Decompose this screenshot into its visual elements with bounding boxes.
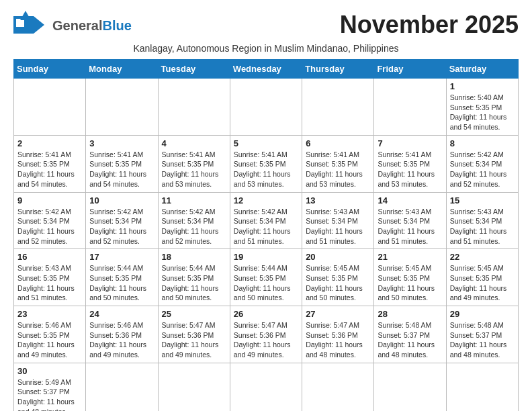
calendar-cell: 25Sunrise: 5:47 AMSunset: 5:36 PMDayligh…: [158, 306, 230, 363]
calendar-cell: 16Sunrise: 5:43 AMSunset: 5:35 PMDayligh…: [14, 249, 86, 306]
day-info: Sunrise: 5:41 AMSunset: 5:35 PMDaylight:…: [162, 150, 226, 189]
day-info: Sunrise: 5:41 AMSunset: 5:35 PMDaylight:…: [378, 150, 442, 189]
day-number: 1: [450, 81, 515, 91]
day-info: Sunrise: 5:44 AMSunset: 5:35 PMDaylight:…: [234, 263, 298, 303]
day-info: Sunrise: 5:41 AMSunset: 5:35 PMDaylight:…: [234, 150, 298, 189]
day-info: Sunrise: 5:42 AMSunset: 5:34 PMDaylight:…: [162, 207, 226, 246]
day-info: Sunrise: 5:43 AMSunset: 5:34 PMDaylight:…: [306, 207, 370, 246]
calendar-cell: 9Sunrise: 5:42 AMSunset: 5:34 PMDaylight…: [14, 192, 86, 249]
weekday-header-wednesday: Wednesday: [230, 60, 302, 79]
day-number: 27: [306, 309, 370, 319]
day-number: 12: [234, 195, 298, 205]
calendar-cell: [14, 79, 86, 136]
calendar-cell: [446, 363, 518, 411]
calendar-cell: [158, 363, 230, 411]
calendar-week-row: 1Sunrise: 5:40 AMSunset: 5:35 PMDaylight…: [14, 79, 519, 136]
calendar-cell: 12Sunrise: 5:42 AMSunset: 5:34 PMDayligh…: [230, 192, 302, 249]
weekday-header-monday: Monday: [86, 60, 158, 79]
calendar-cell: 14Sunrise: 5:43 AMSunset: 5:34 PMDayligh…: [374, 192, 446, 249]
day-number: 15: [450, 195, 515, 205]
calendar-cell: 27Sunrise: 5:47 AMSunset: 5:36 PMDayligh…: [302, 306, 374, 363]
day-info: Sunrise: 5:41 AMSunset: 5:35 PMDaylight:…: [306, 150, 370, 189]
calendar-cell: 21Sunrise: 5:45 AMSunset: 5:35 PMDayligh…: [374, 249, 446, 306]
day-number: 7: [378, 138, 442, 148]
weekday-header-thursday: Thursday: [302, 60, 374, 79]
day-number: 26: [234, 309, 298, 319]
day-info: Sunrise: 5:46 AMSunset: 5:36 PMDaylight:…: [89, 320, 154, 360]
calendar-cell: 2Sunrise: 5:41 AMSunset: 5:35 PMDaylight…: [14, 135, 86, 192]
day-number: 10: [89, 195, 154, 205]
day-info: Sunrise: 5:49 AMSunset: 5:37 PMDaylight:…: [17, 377, 82, 411]
day-info: Sunrise: 5:42 AMSunset: 5:34 PMDaylight:…: [89, 207, 154, 246]
calendar-cell: 15Sunrise: 5:43 AMSunset: 5:34 PMDayligh…: [446, 192, 518, 249]
day-info: Sunrise: 5:44 AMSunset: 5:35 PMDaylight:…: [162, 263, 226, 303]
calendar-cell: 13Sunrise: 5:43 AMSunset: 5:34 PMDayligh…: [302, 192, 374, 249]
subtitle: Kanlagay, Autonomous Region in Muslim Mi…: [13, 43, 519, 54]
day-number: 19: [234, 252, 298, 262]
day-number: 29: [450, 309, 515, 319]
day-info: Sunrise: 5:45 AMSunset: 5:35 PMDaylight:…: [378, 263, 442, 303]
logo-blue-text: Blue: [102, 18, 131, 33]
day-info: Sunrise: 5:46 AMSunset: 5:35 PMDaylight:…: [17, 320, 82, 360]
day-number: 25: [162, 309, 226, 319]
generalblue-logo-icon: [13, 11, 48, 40]
calendar-cell: 7Sunrise: 5:41 AMSunset: 5:35 PMDaylight…: [374, 135, 446, 192]
calendar-cell: 30Sunrise: 5:49 AMSunset: 5:37 PMDayligh…: [14, 363, 86, 411]
day-number: 9: [17, 195, 82, 205]
day-info: Sunrise: 5:48 AMSunset: 5:37 PMDaylight:…: [450, 320, 515, 360]
calendar-cell: 22Sunrise: 5:45 AMSunset: 5:35 PMDayligh…: [446, 249, 518, 306]
weekday-header-friday: Friday: [374, 60, 446, 79]
logo: GeneralBlue: [13, 11, 132, 40]
calendar-cell: 26Sunrise: 5:47 AMSunset: 5:36 PMDayligh…: [230, 306, 302, 363]
calendar-cell: [86, 79, 158, 136]
day-number: 11: [162, 195, 226, 205]
calendar-cell: 3Sunrise: 5:41 AMSunset: 5:35 PMDaylight…: [86, 135, 158, 192]
day-number: 3: [89, 138, 154, 148]
day-number: 30: [17, 366, 82, 376]
day-info: Sunrise: 5:41 AMSunset: 5:35 PMDaylight:…: [89, 150, 154, 189]
day-number: 6: [306, 138, 370, 148]
calendar-cell: [374, 363, 446, 411]
calendar-week-row: 2Sunrise: 5:41 AMSunset: 5:35 PMDaylight…: [14, 135, 519, 192]
day-info: Sunrise: 5:42 AMSunset: 5:34 PMDaylight:…: [234, 207, 298, 246]
day-info: Sunrise: 5:42 AMSunset: 5:34 PMDaylight:…: [450, 150, 515, 189]
day-info: Sunrise: 5:43 AMSunset: 5:34 PMDaylight:…: [450, 207, 515, 246]
day-info: Sunrise: 5:47 AMSunset: 5:36 PMDaylight:…: [306, 320, 370, 360]
calendar-week-row: 16Sunrise: 5:43 AMSunset: 5:35 PMDayligh…: [14, 249, 519, 306]
calendar-cell: 28Sunrise: 5:48 AMSunset: 5:37 PMDayligh…: [374, 306, 446, 363]
day-number: 16: [17, 252, 82, 262]
calendar-table: SundayMondayTuesdayWednesdayThursdayFrid…: [13, 59, 519, 411]
day-info: Sunrise: 5:45 AMSunset: 5:35 PMDaylight:…: [450, 263, 515, 303]
day-number: 18: [162, 252, 226, 262]
calendar-cell: 1Sunrise: 5:40 AMSunset: 5:35 PMDaylight…: [446, 79, 518, 136]
day-number: 23: [17, 309, 82, 319]
day-number: 17: [89, 252, 154, 262]
header: GeneralBlue November 2025: [13, 11, 519, 40]
weekday-header-saturday: Saturday: [446, 60, 518, 79]
weekday-header-row: SundayMondayTuesdayWednesdayThursdayFrid…: [14, 60, 519, 79]
calendar-cell: [230, 363, 302, 411]
day-info: Sunrise: 5:42 AMSunset: 5:34 PMDaylight:…: [17, 207, 82, 246]
day-number: 13: [306, 195, 370, 205]
day-number: 21: [378, 252, 442, 262]
calendar-cell: 20Sunrise: 5:45 AMSunset: 5:35 PMDayligh…: [302, 249, 374, 306]
day-info: Sunrise: 5:43 AMSunset: 5:34 PMDaylight:…: [378, 207, 442, 246]
day-number: 14: [378, 195, 442, 205]
day-number: 5: [234, 138, 298, 148]
calendar-cell: 5Sunrise: 5:41 AMSunset: 5:35 PMDaylight…: [230, 135, 302, 192]
svg-marker-3: [20, 11, 31, 20]
day-info: Sunrise: 5:47 AMSunset: 5:36 PMDaylight:…: [234, 320, 298, 360]
calendar-cell: 8Sunrise: 5:42 AMSunset: 5:34 PMDaylight…: [446, 135, 518, 192]
calendar-cell: 23Sunrise: 5:46 AMSunset: 5:35 PMDayligh…: [14, 306, 86, 363]
calendar-cell: 29Sunrise: 5:48 AMSunset: 5:37 PMDayligh…: [446, 306, 518, 363]
day-number: 2: [17, 138, 82, 148]
weekday-header-sunday: Sunday: [14, 60, 86, 79]
day-number: 8: [450, 138, 515, 148]
calendar-cell: [86, 363, 158, 411]
day-number: 24: [89, 309, 154, 319]
day-info: Sunrise: 5:41 AMSunset: 5:35 PMDaylight:…: [17, 150, 82, 189]
day-info: Sunrise: 5:45 AMSunset: 5:35 PMDaylight:…: [306, 263, 370, 303]
calendar-week-row: 9Sunrise: 5:42 AMSunset: 5:34 PMDaylight…: [14, 192, 519, 249]
calendar-cell: 4Sunrise: 5:41 AMSunset: 5:35 PMDaylight…: [158, 135, 230, 192]
calendar-cell: [302, 79, 374, 136]
